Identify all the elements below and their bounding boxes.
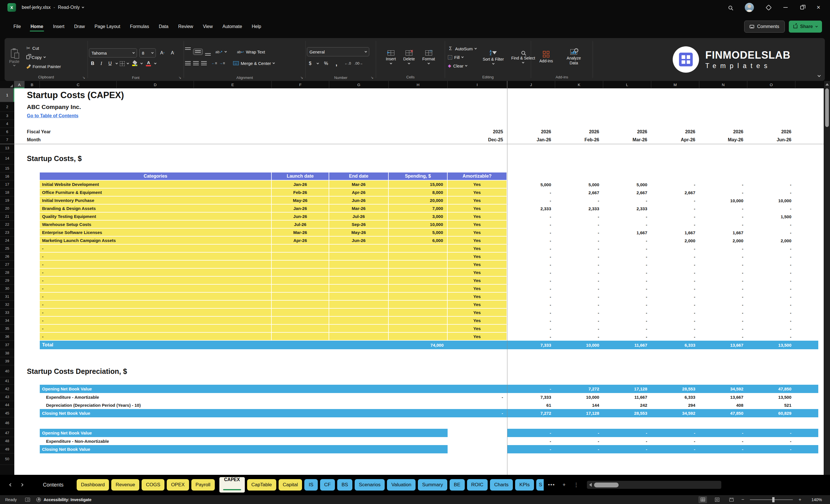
cell-value[interactable]: 17,128 — [555, 409, 603, 417]
spending-cell[interactable] — [389, 260, 448, 269]
cell-value[interactable]: 1,667 — [699, 228, 747, 237]
cell-value[interactable]: 2,333 — [507, 204, 555, 213]
menu-data[interactable]: Data — [154, 21, 173, 32]
launch-date-cell[interactable]: Jul-26 — [272, 221, 329, 228]
decrease-indent-button[interactable]: ←≡ — [211, 61, 217, 65]
launch-date-cell[interactable]: May-26 — [272, 196, 329, 204]
end-date-cell[interactable] — [329, 260, 389, 269]
row-header-15[interactable]: 15 — [0, 164, 14, 172]
vertical-scrollbar[interactable] — [824, 81, 830, 475]
launch-date-cell[interactable]: Jan-26 — [272, 204, 329, 213]
normal-view-button[interactable] — [698, 496, 707, 503]
cell-value[interactable]: - — [603, 260, 651, 269]
page-layout-view-button[interactable] — [713, 496, 721, 503]
readonly-mode-dropdown[interactable]: Read-Only — [58, 5, 84, 10]
amortizable-cell[interactable]: Yes — [448, 253, 507, 260]
chevron-down-icon[interactable] — [317, 62, 319, 64]
cell-value[interactable]: - — [603, 445, 651, 453]
amortizable-cell[interactable]: Yes — [448, 285, 507, 293]
period-value[interactable]: 2026 — [651, 128, 699, 136]
section-startup-costs[interactable]: Startup Costs, $ — [27, 153, 284, 164]
sheet-tab-scenarios[interactable]: Scenarios — [355, 479, 385, 491]
cell-value[interactable]: - — [651, 213, 699, 221]
cell-value[interactable]: - — [555, 245, 603, 253]
period-value[interactable]: 2026 — [603, 128, 651, 136]
cell-value[interactable]: - — [651, 221, 699, 228]
dep-row-label[interactable]: Closing Net Book Value — [42, 445, 242, 453]
spending-cell[interactable] — [389, 317, 448, 325]
category-cell[interactable]: - — [40, 277, 272, 285]
row-header-14[interactable]: 14 — [0, 153, 14, 164]
currency-format-button[interactable]: $ — [307, 60, 314, 67]
cell-value[interactable]: - — [507, 445, 555, 453]
amortizable-cell[interactable]: Yes — [448, 189, 507, 196]
cell-value[interactable]: - — [603, 277, 651, 285]
period-value[interactable]: 2025 — [448, 128, 507, 136]
cell-value[interactable]: - — [507, 260, 555, 269]
cell-value[interactable]: 242 — [603, 401, 651, 409]
cell-value[interactable]: - — [651, 437, 699, 445]
cell-value[interactable]: - — [699, 181, 747, 189]
zoom-slider[interactable] — [750, 499, 793, 500]
period-value[interactable]: May-26 — [699, 136, 747, 144]
cell-value[interactable]: 61 — [507, 401, 555, 409]
row-header-33[interactable]: 33 — [0, 309, 14, 317]
analyze-data-button[interactable]: Analyze Data — [560, 49, 587, 66]
period-value[interactable]: 2026 — [555, 128, 603, 136]
cell-value[interactable]: 34,592 — [651, 409, 699, 417]
category-cell[interactable]: - — [40, 285, 272, 293]
cell-value[interactable]: - — [747, 325, 795, 333]
cell-value[interactable]: 2,000 — [651, 237, 699, 245]
end-date-cell[interactable] — [329, 269, 389, 277]
column-header-K[interactable]: K — [555, 81, 603, 88]
cell-value[interactable]: - — [507, 317, 555, 325]
category-cell[interactable]: Warehouse Setup Costs — [40, 221, 272, 228]
row-header-30[interactable]: 30 — [0, 285, 14, 293]
comma-format-button[interactable]: , — [333, 59, 339, 68]
zoom-out-button[interactable]: − — [741, 497, 744, 503]
row-header-35[interactable]: 35 — [0, 325, 14, 333]
cell-value[interactable]: 6,333 — [651, 341, 699, 349]
cell-value[interactable]: - — [747, 285, 795, 293]
column-header-I[interactable]: I — [448, 81, 507, 88]
column-header-J[interactable]: J — [507, 81, 555, 88]
period-value[interactable]: Apr-26 — [651, 136, 699, 144]
font-color-button[interactable]: A — [145, 61, 152, 66]
cell-value[interactable]: - — [555, 317, 603, 325]
zoom-slider-thumb[interactable] — [772, 497, 774, 502]
cell-value[interactable]: - — [747, 181, 795, 189]
cell-value[interactable]: 521 — [747, 401, 795, 409]
align-left-button[interactable] — [185, 61, 191, 65]
cell-value[interactable]: - — [555, 285, 603, 293]
scroll-up-arrow[interactable] — [825, 83, 829, 86]
spending-cell[interactable] — [389, 277, 448, 285]
cell-value[interactable]: - — [555, 445, 603, 453]
launch-date-cell[interactable] — [272, 309, 329, 317]
cell-value[interactable]: - — [699, 189, 747, 196]
column-header-H[interactable]: H — [389, 81, 448, 88]
period-value[interactable]: Jun-26 — [747, 136, 795, 144]
section-depreciation[interactable]: Startup Costs Depreciation, $ — [27, 365, 342, 377]
cell-value[interactable]: - — [699, 293, 747, 301]
period-value[interactable]: Feb-26 — [555, 136, 603, 144]
cell-value[interactable]: - — [651, 277, 699, 285]
cell-value[interactable]: - — [507, 429, 555, 437]
comments-button[interactable]: Comments — [744, 21, 785, 33]
zoom-in-button[interactable]: + — [799, 497, 801, 503]
cell-value[interactable]: - — [507, 301, 555, 309]
sheet-tab-is[interactable]: IS — [304, 479, 317, 491]
cell-value[interactable]: 7,272 — [555, 385, 603, 393]
increase-decimal-button[interactable]: ←.0 — [344, 62, 351, 65]
cell-value[interactable]: - — [651, 181, 699, 189]
avatar[interactable] — [745, 3, 754, 12]
cell-value[interactable]: - — [651, 429, 699, 437]
cell-value[interactable]: 47,850 — [699, 409, 747, 417]
fill-button[interactable]: ↓ Fill — [446, 53, 478, 62]
end-date-cell[interactable]: Jun-26 — [329, 237, 389, 245]
row-header-24[interactable]: 24 — [0, 237, 14, 245]
dep-row-label[interactable]: Expenditure - Amortizable — [40, 393, 274, 401]
clipboard-dialog-launcher[interactable]: ↘ — [83, 75, 85, 80]
align-center-button[interactable] — [193, 61, 199, 65]
cell-value[interactable]: - — [651, 269, 699, 277]
cell-value[interactable]: 11,667 — [603, 341, 651, 349]
